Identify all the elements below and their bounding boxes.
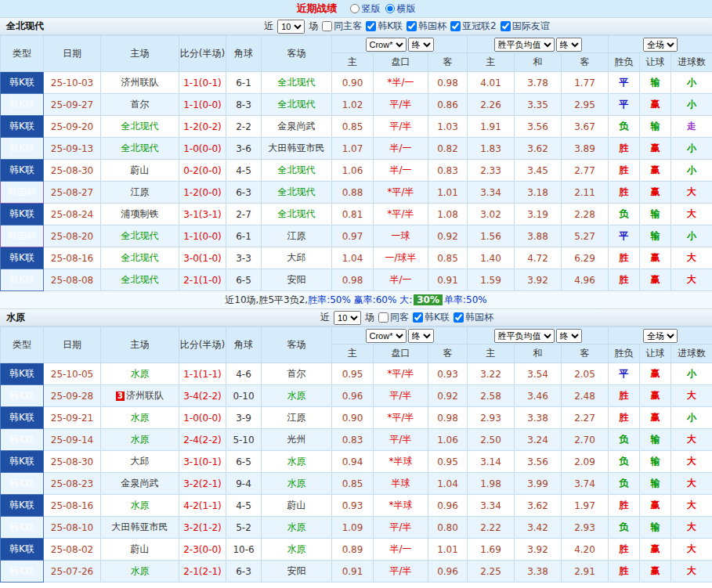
- away-team: 首尔: [262, 363, 332, 385]
- filter-checkbox[interactable]: [501, 21, 511, 31]
- handicap-line: 半/一: [374, 160, 428, 182]
- away-team: 安阳: [262, 561, 332, 583]
- result-badge: 平: [609, 72, 640, 94]
- filter-option[interactable]: 同客: [378, 311, 409, 324]
- odds-source-select[interactable]: Crow*: [366, 38, 407, 52]
- avg-draw-odds: 3.45: [515, 160, 562, 182]
- avg-home-odds: 3.02: [468, 204, 515, 225]
- home-team: 3济州联队: [101, 385, 179, 407]
- league-type: 韩K联: [1, 363, 44, 385]
- corner-count: 6-3: [226, 561, 262, 583]
- avg-stage-select[interactable]: 终: [556, 329, 582, 343]
- layout-option-vertical[interactable]: 竖版: [350, 2, 381, 16]
- filter-option[interactable]: 韩K联: [413, 311, 450, 324]
- home-team: 江原: [101, 182, 179, 204]
- away-team: 全北现代: [262, 182, 332, 204]
- goals-result-badge: 大: [671, 473, 712, 495]
- filter-checkbox[interactable]: [322, 21, 332, 31]
- match-row: 韩K联25-08-16全北现代3-0(1-0)3-3大邱1.04一/球半0.85…: [1, 247, 712, 269]
- avg-home-odds: 2.25: [468, 561, 515, 583]
- match-count-select[interactable]: 10: [334, 311, 361, 325]
- away-odds: 0.96: [428, 495, 468, 517]
- avg-draw-odds: 3.24: [515, 429, 562, 451]
- odds-stage-select[interactable]: 终: [408, 38, 434, 52]
- odds-source-select[interactable]: Crow*: [366, 329, 407, 343]
- away-team: 大邱: [262, 247, 332, 269]
- handicap-result-badge: 赢: [640, 269, 671, 291]
- page-header: 近期战绩 竖版 横版: [0, 0, 712, 17]
- horizontal-layout-radio[interactable]: [385, 4, 395, 13]
- avg-home-odds: 1.98: [468, 473, 515, 495]
- match-date: 25-08-02: [44, 539, 101, 561]
- goals-result-badge: 大: [671, 182, 712, 204]
- home-team: 水原: [101, 429, 179, 451]
- sub-handicap: 盘口: [374, 345, 428, 363]
- scope-select[interactable]: 全场: [643, 38, 678, 52]
- away-team: 光州: [262, 429, 332, 451]
- match-row: 韩K联25-08-02蔚山2-3(0-0)10-6水原0.89半/一1.011.…: [1, 539, 712, 561]
- away-team-name: 江原: [287, 230, 306, 241]
- match-date: 25-09-14: [44, 429, 101, 451]
- away-team-name: 全北现代: [278, 77, 316, 88]
- handicap-line: *半球: [374, 451, 428, 473]
- scope-select[interactable]: 全场: [643, 329, 678, 343]
- vertical-layout-radio[interactable]: [350, 4, 360, 13]
- match-score: 2-4(2-2): [179, 429, 226, 451]
- match-count-select[interactable]: 10: [277, 20, 305, 34]
- away-odds: 1.01: [428, 182, 468, 204]
- filter-option[interactable]: 韩K联: [366, 20, 403, 33]
- sub-avg-away: 客: [562, 345, 609, 363]
- match-row: 韩K联25-09-13全北现代1-0(0-0)3-6大田韩亚市民1.07半/一0…: [1, 138, 712, 160]
- league-type: 韩K联: [1, 247, 44, 269]
- handicap-result-badge: 输: [640, 72, 671, 94]
- col-header-date: 日期: [44, 36, 101, 72]
- goals-result-badge: 大: [671, 247, 712, 269]
- home-team-name: 全北现代: [121, 230, 159, 241]
- filter-checkbox[interactable]: [413, 312, 423, 323]
- away-team: 安阳: [262, 269, 332, 291]
- avg-away-odds: 4.20: [562, 539, 609, 561]
- handicap-result-badge: 输: [640, 517, 671, 539]
- match-date: 25-08-27: [44, 182, 101, 204]
- match-date: 25-08-24: [44, 204, 101, 225]
- filter-checkbox[interactable]: [366, 21, 376, 31]
- col-header-corner: 角球: [226, 327, 262, 363]
- match-row: 韩K联25-08-08全北现代2-1(1-0)6-5安阳0.98半/一0.911…: [1, 269, 712, 291]
- team-section: 全北现代近10场同主客韩K联韩国杯亚冠联2国际友谊类型日期主场比分(半场)角球客…: [0, 17, 712, 308]
- sub-goals: 进球数: [671, 345, 712, 363]
- avg-type-select[interactable]: 胜平负均值: [494, 38, 555, 52]
- home-odds: 0.91: [332, 561, 374, 583]
- corner-count: 6-5: [226, 451, 262, 473]
- filter-option[interactable]: 韩国杯: [407, 20, 446, 33]
- away-odds: 0.95: [428, 451, 468, 473]
- sub-avg-home: 主: [468, 53, 515, 72]
- col-header-home: 主场: [101, 36, 179, 72]
- avg-stage-select[interactable]: 终: [556, 38, 582, 52]
- odds-stage-select[interactable]: 终: [408, 329, 434, 343]
- avg-away-odds: 2.11: [562, 182, 609, 204]
- avg-away-odds: 1.97: [562, 495, 609, 517]
- filter-checkbox[interactable]: [454, 312, 464, 323]
- filter-checkbox[interactable]: [378, 312, 389, 323]
- col-header-home: 主场: [101, 327, 179, 363]
- home-team-name: 浦项制铁: [121, 208, 159, 219]
- home-odds: 1.06: [332, 160, 374, 182]
- match-row: 韩K联25-10-03济州联队1-1(0-1)6-1全北现代0.90*半/一0.…: [1, 72, 712, 94]
- filter-option[interactable]: 韩国杯: [454, 311, 493, 324]
- summary-single-rate: 单率:50%: [444, 294, 487, 307]
- filter-checkbox[interactable]: [450, 21, 461, 31]
- filter-option[interactable]: 同主客: [322, 20, 362, 33]
- goals-result-badge: 小: [671, 138, 712, 160]
- avg-type-select[interactable]: 胜平负均值: [494, 329, 555, 343]
- handicap-result-badge: 赢: [640, 561, 671, 583]
- layout-option-horizontal[interactable]: 横版: [385, 2, 416, 16]
- section-header-bar: 水原近10场同客韩K联韩国杯: [0, 308, 712, 326]
- league-type: 韩K联: [1, 72, 44, 94]
- avg-home-odds: 1.69: [468, 539, 515, 561]
- sub-handicap-result: 让球: [640, 345, 671, 363]
- filter-option[interactable]: 亚冠联2: [450, 20, 497, 33]
- filter-checkbox[interactable]: [407, 21, 417, 31]
- filter-option[interactable]: 国际友谊: [501, 20, 550, 33]
- result-badge: 负: [609, 451, 640, 473]
- match-score: 1-0(0-0): [179, 407, 226, 429]
